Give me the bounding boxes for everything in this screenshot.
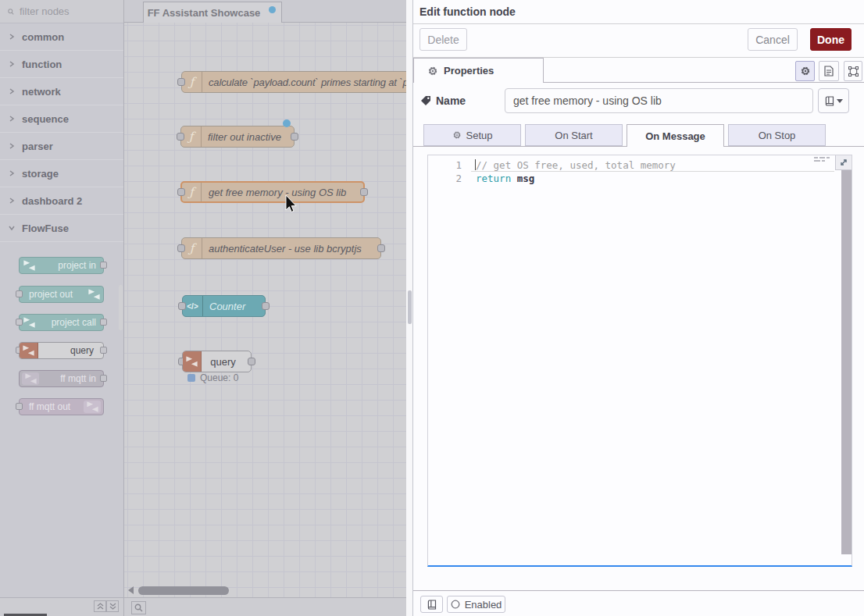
editor-scrollbar[interactable] bbox=[841, 170, 852, 554]
tab-setup[interactable]: Setup bbox=[423, 124, 521, 146]
canvas-vscrollbar[interactable] bbox=[406, 0, 412, 616]
library-button[interactable] bbox=[420, 596, 443, 613]
palette-category-parser[interactable]: parser bbox=[0, 133, 123, 160]
tab-on-message[interactable]: On Message bbox=[627, 124, 724, 147]
function-icon: ƒ bbox=[182, 183, 202, 201]
palette-category-storage[interactable]: storage bbox=[0, 160, 123, 187]
palette-category-label: function bbox=[22, 59, 62, 70]
tab-properties[interactable]: Properties bbox=[413, 58, 544, 83]
node-query[interactable]: query bbox=[182, 351, 252, 372]
library-dropdown-button[interactable] bbox=[818, 88, 849, 113]
node-filter-out-inactive[interactable]: ƒ filter out inactive bbox=[180, 126, 295, 148]
properties-tab-label: Properties bbox=[444, 65, 494, 77]
hscroll-left-arrow[interactable] bbox=[128, 586, 134, 594]
hscroll-thumb[interactable] bbox=[138, 586, 229, 595]
palette-node-ff-mqtt-in[interactable]: ff mqtt in bbox=[19, 370, 104, 387]
function-icon: ƒ bbox=[182, 72, 202, 92]
editor-expand-button[interactable] bbox=[835, 155, 852, 170]
caret-down-icon bbox=[837, 99, 843, 103]
book-icon bbox=[427, 600, 437, 610]
output-port[interactable] bbox=[291, 133, 298, 141]
output-port[interactable] bbox=[100, 347, 107, 354]
palette-scrollbar[interactable] bbox=[119, 285, 123, 330]
output-port[interactable] bbox=[262, 302, 270, 310]
minimap-mark bbox=[819, 157, 825, 158]
node-counter[interactable]: </> Counter bbox=[182, 295, 266, 317]
output-port[interactable] bbox=[100, 375, 107, 382]
done-button[interactable]: Done bbox=[810, 28, 852, 51]
flow-canvas[interactable]: FF Assistant Showcase ƒ calculate `paylo… bbox=[124, 0, 406, 616]
query-icon bbox=[20, 343, 38, 358]
node-authenticate-user[interactable]: ƒ authenticateUser - use lib bcryptjs bbox=[181, 237, 381, 259]
circle-icon bbox=[451, 600, 460, 609]
input-port[interactable] bbox=[16, 290, 23, 297]
palette-category-sequence[interactable]: sequence bbox=[0, 105, 123, 133]
output-port[interactable] bbox=[100, 262, 107, 269]
palette-category-label: parser bbox=[22, 141, 53, 152]
palette-expand-all-button[interactable] bbox=[106, 600, 119, 612]
minimap-mark bbox=[814, 160, 820, 162]
tab-on-start[interactable]: On Start bbox=[525, 124, 623, 146]
palette-node-project-in[interactable]: project in bbox=[19, 257, 104, 274]
node-calculate-primes[interactable]: ƒ calculate `payload.count` primes start… bbox=[181, 71, 406, 93]
canvas-footer bbox=[124, 597, 406, 616]
appearance-button[interactable] bbox=[844, 61, 862, 81]
minimap-mark bbox=[822, 160, 825, 162]
enabled-toggle-button[interactable]: Enabled bbox=[447, 596, 505, 613]
project-split-icon bbox=[84, 287, 103, 302]
palette-category-label: dashboard 2 bbox=[22, 195, 82, 207]
node-get-free-memory[interactable]: ƒ get free memory - using OS lib bbox=[180, 181, 365, 203]
name-input[interactable] bbox=[505, 88, 813, 113]
palette-collapse-all-button[interactable] bbox=[94, 600, 106, 612]
palette-node-query[interactable]: query bbox=[19, 342, 104, 359]
palette-node-project-call[interactable]: project call bbox=[19, 314, 104, 331]
chevron-right-icon bbox=[9, 61, 15, 67]
code-editor[interactable]: 1 2 // get OS free, used, total memory r… bbox=[427, 155, 852, 567]
mqtt-icon bbox=[22, 372, 39, 385]
name-form-row: Name bbox=[413, 82, 864, 124]
output-port[interactable] bbox=[100, 319, 107, 326]
palette-category-label: sequence bbox=[22, 113, 69, 125]
palette-category-network[interactable]: network bbox=[0, 78, 123, 105]
name-label: Name bbox=[420, 88, 466, 113]
workspace-tab[interactable]: FF Assistant Showcase bbox=[143, 2, 282, 23]
palette-category-common[interactable]: common bbox=[0, 23, 123, 51]
delete-button[interactable]: Delete bbox=[420, 28, 467, 51]
palette-node-project-out[interactable]: project out bbox=[19, 286, 104, 303]
palette-category-flowfuse[interactable]: FlowFuse bbox=[0, 215, 123, 242]
canvas-vscrollbar-thumb[interactable] bbox=[408, 290, 412, 324]
minimap-mark bbox=[827, 157, 830, 158]
gear-icon bbox=[800, 66, 811, 77]
palette-node-ff-mqtt-out[interactable]: ff mqtt out bbox=[19, 398, 104, 415]
palette-category-label: common bbox=[22, 31, 64, 43]
document-icon bbox=[824, 66, 834, 77]
properties-tab-row: Properties bbox=[413, 58, 864, 83]
edit-tray: Edit function node Delete Cancel Done Pr… bbox=[412, 0, 864, 616]
selection-icon bbox=[848, 66, 859, 77]
tray-footer-divider bbox=[413, 590, 864, 591]
palette-filter-placeholder: filter nodes bbox=[20, 5, 70, 17]
chevron-right-icon bbox=[9, 116, 15, 122]
cancel-button[interactable]: Cancel bbox=[748, 28, 798, 51]
input-port[interactable] bbox=[16, 403, 23, 410]
chevron-right-icon bbox=[9, 198, 15, 204]
line-number: 2 bbox=[428, 172, 462, 185]
function-tabs: Setup On Start On Message On Stop bbox=[413, 124, 864, 147]
tab-modified-dot bbox=[269, 6, 276, 13]
canvas-search-button[interactable] bbox=[131, 601, 146, 614]
code-line-1: // get OS free, used, total memory bbox=[476, 158, 676, 172]
tab-on-stop[interactable]: On Stop bbox=[728, 124, 826, 146]
node-settings-button[interactable] bbox=[795, 61, 815, 81]
gear-icon bbox=[427, 66, 438, 77]
output-port[interactable] bbox=[360, 188, 368, 196]
description-button[interactable] bbox=[819, 61, 839, 81]
node-status-dot bbox=[187, 374, 195, 382]
palette-category-dashboard2[interactable]: dashboard 2 bbox=[0, 187, 123, 215]
palette-category-function[interactable]: function bbox=[0, 51, 123, 78]
palette-filter-box[interactable]: filter nodes bbox=[0, 0, 123, 23]
output-port[interactable] bbox=[377, 244, 385, 252]
code-icon: </> bbox=[183, 296, 203, 316]
output-port[interactable] bbox=[248, 358, 255, 365]
mqtt-icon bbox=[84, 401, 101, 413]
tray-title: Edit function node bbox=[413, 0, 864, 24]
